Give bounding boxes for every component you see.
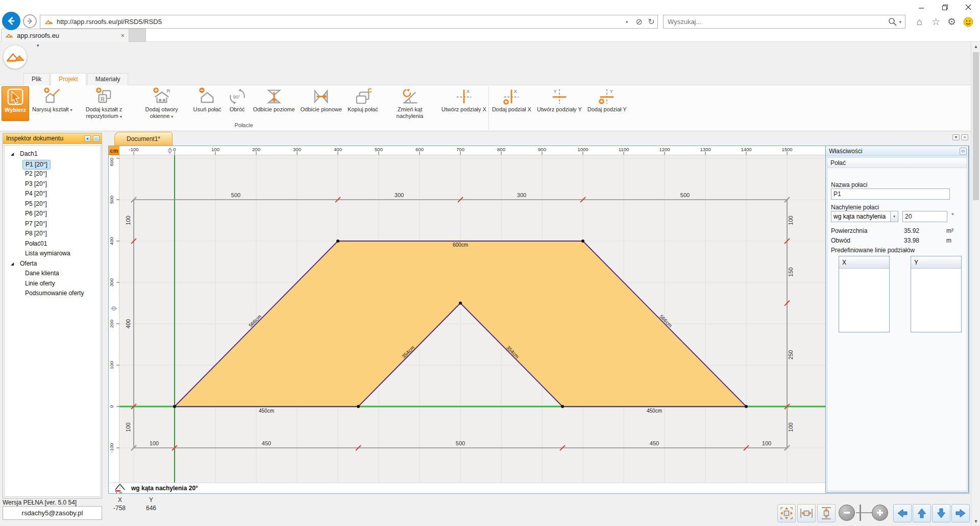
scrollbar-thumb[interactable] [973, 52, 979, 200]
svg-text:100: 100 [109, 361, 114, 369]
stop-icon[interactable]: ⊘ [633, 17, 645, 27]
dodaj-kszta-t-z-repozytorium-icon: R [94, 87, 114, 106]
tree-item-p6-20[interactable]: P6 [20°] [5, 209, 100, 219]
ribbon-button-kopiuj-po-a[interactable]: CKopiuj połać [345, 86, 381, 121]
search-icon[interactable] [888, 17, 897, 26]
window-close-button[interactable] [957, 0, 980, 14]
browser-tab[interactable]: app.rsroofs.eu × [1, 29, 129, 42]
pan-down-button[interactable] [932, 504, 950, 522]
inspector-minimize-icon[interactable]: □ [93, 135, 100, 142]
inspector-menu-icon[interactable]: ▾ [84, 135, 91, 142]
ribbon-button-narysuj-kszta-t[interactable]: Narysuj kształt ▾ [30, 86, 75, 121]
tree-item-dach1[interactable]: ◢Dach1 [5, 149, 100, 159]
ribbon-button-utw-rz-podzia-y-x[interactable]: XUtwórz podziały X [439, 86, 489, 121]
tab-plik[interactable]: Plik [23, 73, 50, 85]
tab-close-icon[interactable]: × [120, 32, 125, 39]
divisions-x-list[interactable]: X [839, 256, 890, 332]
chevron-down-icon[interactable]: ▾ [890, 211, 898, 222]
tab-materia-y[interactable]: Materiały [87, 73, 129, 85]
tree-expander-icon[interactable]: ◢ [11, 149, 14, 159]
autocomplete-dropdown-icon[interactable]: ▾ [621, 19, 633, 25]
document-area-menu-icon[interactable]: ▾ [952, 134, 960, 140]
tree-item-p8-20[interactable]: P8 [20°] [5, 229, 100, 239]
ribbon-button-odbicie-pionowe[interactable]: Odbicie pionowe [298, 86, 345, 121]
chevron-down-icon: ▾ [120, 114, 122, 119]
zoom-in-button[interactable] [872, 505, 888, 521]
zoom-out-button[interactable] [839, 505, 855, 521]
ribbon-button-usu-po-a[interactable]: Usuń połać [191, 86, 224, 121]
tree-item-p3-20[interactable]: P3 [20°] [5, 179, 100, 189]
ribbon-button-odbicie-poziome[interactable]: Odbicie poziome [251, 86, 298, 121]
settings-gear-icon[interactable]: ⚙ [944, 15, 960, 29]
ribbon-button-dodaj-otwory-okienne[interactable]: RDodaj otwory okienne ▾ [133, 86, 190, 121]
svg-text:Y°%: Y°% [115, 491, 122, 494]
ribbon-button-dodaj-kszta-t-z-repozytorium[interactable]: RDodaj kształt z repozytorium ▾ [76, 86, 133, 121]
ribbon-button-utw-rz-podzia-y-y[interactable]: YUtwórz podziały Y [534, 86, 584, 121]
ruler-unit-box[interactable]: cm [109, 146, 119, 155]
search-input[interactable] [664, 18, 888, 26]
window-minimize-button[interactable] [910, 0, 933, 14]
svg-text:500: 500 [231, 192, 240, 198]
tree-item-podsumowanie-oferty[interactable]: Podsumowanie oferty [5, 289, 100, 299]
document-tab[interactable]: Document1* [114, 132, 173, 146]
tree-item-linie-oferty[interactable]: Linie oferty [5, 279, 100, 289]
fit-height-button[interactable] [817, 504, 836, 522]
search-dropdown-icon[interactable]: ▾ [899, 19, 901, 25]
forward-button[interactable] [23, 14, 37, 28]
tree-item-label: Dach1 [20, 149, 38, 159]
slope-angle-input[interactable] [902, 211, 947, 222]
pan-up-button[interactable] [913, 504, 931, 522]
tree-item-p5-20[interactable]: P5 [20°] [5, 199, 100, 209]
document-area-close-icon[interactable]: × [961, 134, 968, 140]
surface-name-input[interactable] [831, 188, 950, 200]
tree-item-oferta[interactable]: ◢Oferta [5, 259, 100, 269]
pan-left-button[interactable] [893, 504, 912, 522]
zoom-slider-handle[interactable] [860, 505, 861, 521]
tree-item-label: P2 [20°] [25, 169, 47, 179]
tree-item-dane-klienta[interactable]: Dane klienta [5, 269, 100, 279]
window-restore-button[interactable] [933, 0, 957, 14]
ribbon-button-obr[interactable]: 90°Obróć [225, 86, 250, 121]
tab-projekt[interactable]: Projekt [51, 73, 86, 85]
svg-text:C: C [368, 87, 372, 93]
pan-right-button[interactable] [951, 504, 970, 522]
fit-width-button[interactable] [797, 504, 816, 522]
back-button[interactable] [2, 12, 20, 30]
cursor-x-value: -758 [113, 505, 126, 512]
refresh-icon[interactable]: ↻ [645, 17, 657, 27]
ribbon-button-wybierz[interactable]: Wybierz [2, 86, 29, 121]
scroll-up-icon[interactable]: ▲ [972, 42, 980, 51]
scroll-down-icon[interactable]: ▼ [972, 517, 980, 525]
tree-item-p7-20[interactable]: P7 [20°] [5, 219, 100, 229]
svg-text:X: X [514, 88, 518, 94]
tree-item-p4-20[interactable]: P4 [20°] [5, 189, 100, 199]
app-logo[interactable] [3, 45, 27, 69]
quick-access-dropdown-icon[interactable]: ▾ [37, 43, 39, 48]
ribbon-button-zmie-k-t-nachylenia[interactable]: Zmień kąt nachylenia [381, 86, 438, 121]
address-bar[interactable]: http://app.rsroofs.eu/pl/RSD5/RSD5 ▾ ⊘ ↻ [40, 15, 658, 29]
url-text: http://app.rsroofs.eu/pl/RSD5/RSD5 [57, 18, 621, 26]
fit-all-button[interactable] [777, 504, 796, 522]
slope-mode-select[interactable]: wg kąta nachylenia ▾ [831, 211, 898, 222]
vertical-ruler[interactable]: 6005004003002001000-100 [109, 155, 119, 483]
ribbon-button-dodaj-podzia-y[interactable]: YDodaj podział Y [585, 86, 629, 121]
favorites-star-icon[interactable]: ☆ [928, 15, 944, 29]
tree-item-p2-20[interactable]: P2 [20°] [5, 169, 100, 179]
ribbon-group-label: Połacie [0, 122, 487, 128]
home-icon[interactable]: ⌂ [912, 15, 927, 29]
ribbon-button-label: Odbicie poziome [253, 106, 295, 113]
tree-expander-icon[interactable]: ◢ [11, 259, 14, 269]
new-tab-button[interactable] [129, 29, 146, 42]
svg-text:Y: Y [553, 88, 557, 94]
tree-item-p1-20[interactable]: P1 [20°] [5, 159, 100, 170]
feedback-smiley-icon[interactable] [960, 15, 976, 29]
ribbon: WybierzNarysuj kształt ▾RDodaj kształt z… [0, 85, 980, 131]
properties-minimize-icon[interactable]: ▭ [960, 148, 967, 155]
tree-item-label: Linie oferty [25, 279, 55, 289]
tree-item-po-a-01[interactable]: Połać01 [5, 239, 100, 249]
divisions-y-list[interactable]: Y [911, 256, 962, 332]
browser-scrollbar[interactable]: ▲ ▼ [971, 42, 980, 526]
inspector-tree: ◢Dach1P1 [20°]P2 [20°]P3 [20°]P4 [20°]P5… [4, 145, 101, 497]
ribbon-button-dodaj-podzia-x[interactable]: XDodaj podział X [489, 86, 534, 121]
tree-item-lista-wymiarowa[interactable]: Lista wymiarowa [5, 249, 100, 259]
